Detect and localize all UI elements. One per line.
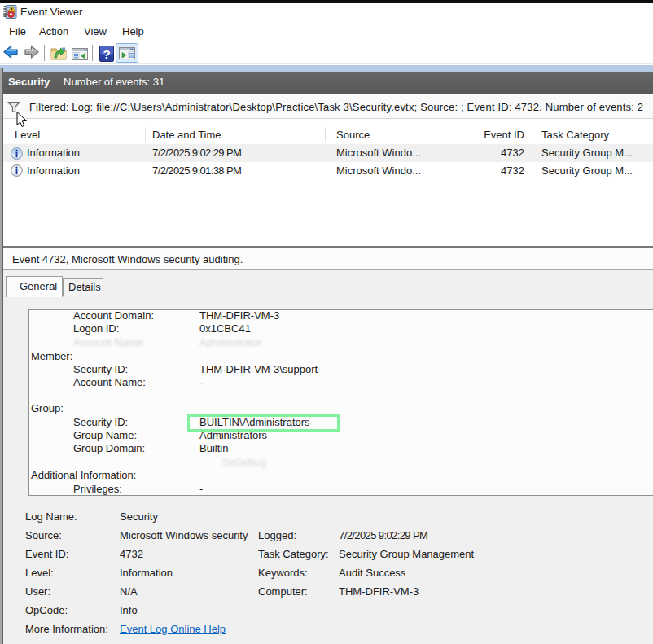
svg-text:?: ?: [103, 47, 110, 61]
